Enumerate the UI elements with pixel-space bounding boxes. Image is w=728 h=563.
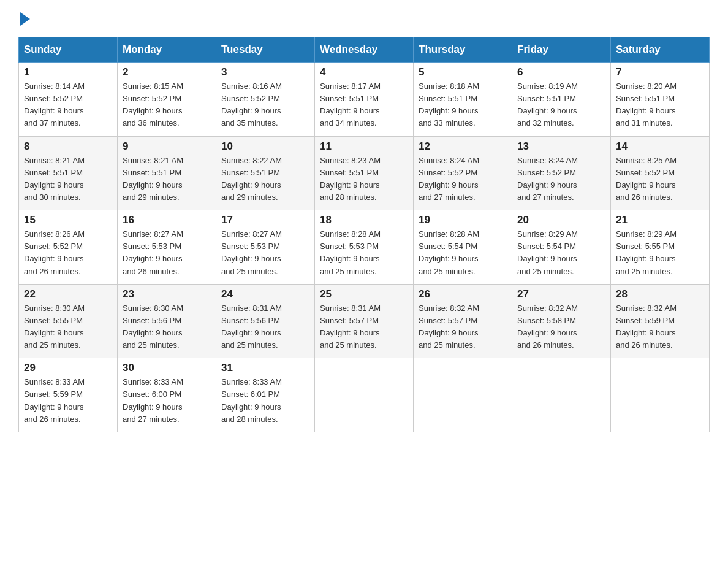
calendar-week-row: 15 Sunrise: 8:26 AM Sunset: 5:52 PM Dayl… <box>19 210 710 285</box>
day-info: Sunrise: 8:21 AM Sunset: 5:51 PM Dayligh… <box>123 155 211 204</box>
day-number: 25 <box>320 288 408 301</box>
calendar-cell: 13 Sunrise: 8:24 AM Sunset: 5:52 PM Dayl… <box>512 136 611 210</box>
day-info: Sunrise: 8:33 AM Sunset: 5:59 PM Dayligh… <box>24 376 112 426</box>
day-info: Sunrise: 8:27 AM Sunset: 5:53 PM Dayligh… <box>221 228 309 278</box>
calendar-cell: 31 Sunrise: 8:33 AM Sunset: 6:01 PM Dayl… <box>216 358 315 432</box>
weekday-header-saturday: Saturday <box>611 37 710 63</box>
day-number: 31 <box>221 362 309 374</box>
day-info: Sunrise: 8:28 AM Sunset: 5:53 PM Dayligh… <box>320 228 408 278</box>
day-number: 16 <box>123 214 211 226</box>
calendar-week-row: 8 Sunrise: 8:21 AM Sunset: 5:51 PM Dayli… <box>19 136 710 210</box>
calendar-cell: 30 Sunrise: 8:33 AM Sunset: 6:00 PM Dayl… <box>118 358 216 432</box>
day-info: Sunrise: 8:32 AM Sunset: 5:58 PM Dayligh… <box>517 302 605 352</box>
day-number: 30 <box>123 362 211 374</box>
day-number: 28 <box>616 288 704 301</box>
day-info: Sunrise: 8:18 AM Sunset: 5:51 PM Dayligh… <box>419 80 507 130</box>
day-number: 18 <box>320 214 408 226</box>
day-number: 12 <box>419 140 507 153</box>
calendar-cell: 15 Sunrise: 8:26 AM Sunset: 5:52 PM Dayl… <box>19 210 118 285</box>
weekday-header-monday: Monday <box>118 37 216 63</box>
day-info: Sunrise: 8:21 AM Sunset: 5:51 PM Dayligh… <box>24 155 112 204</box>
day-info: Sunrise: 8:25 AM Sunset: 5:52 PM Dayligh… <box>616 155 704 204</box>
day-number: 21 <box>616 214 704 226</box>
day-number: 20 <box>517 214 605 226</box>
calendar-week-row: 1 Sunrise: 8:14 AM Sunset: 5:52 PM Dayli… <box>19 63 710 137</box>
weekday-header-friday: Friday <box>512 37 611 63</box>
day-number: 17 <box>221 214 309 226</box>
day-number: 29 <box>24 362 112 374</box>
day-info: Sunrise: 8:15 AM Sunset: 5:52 PM Dayligh… <box>123 80 211 130</box>
calendar-cell: 29 Sunrise: 8:33 AM Sunset: 5:59 PM Dayl… <box>19 358 118 432</box>
day-number: 23 <box>123 288 211 301</box>
day-info: Sunrise: 8:17 AM Sunset: 5:51 PM Dayligh… <box>320 80 408 130</box>
day-info: Sunrise: 8:30 AM Sunset: 5:56 PM Dayligh… <box>123 302 211 352</box>
day-info: Sunrise: 8:19 AM Sunset: 5:51 PM Dayligh… <box>517 80 605 130</box>
day-info: Sunrise: 8:33 AM Sunset: 6:01 PM Dayligh… <box>221 376 309 426</box>
calendar-cell: 12 Sunrise: 8:24 AM Sunset: 5:52 PM Dayl… <box>414 136 512 210</box>
calendar-table: SundayMondayTuesdayWednesdayThursdayFrid… <box>18 37 710 432</box>
day-number: 5 <box>419 66 507 79</box>
calendar-header-row: SundayMondayTuesdayWednesdayThursdayFrid… <box>19 37 710 63</box>
calendar-cell <box>611 358 710 432</box>
day-number: 15 <box>24 214 112 226</box>
day-number: 2 <box>123 66 211 79</box>
day-info: Sunrise: 8:24 AM Sunset: 5:52 PM Dayligh… <box>419 155 507 204</box>
day-number: 4 <box>320 66 408 79</box>
day-number: 6 <box>517 66 605 79</box>
day-info: Sunrise: 8:32 AM Sunset: 5:59 PM Dayligh… <box>616 302 704 352</box>
calendar-week-row: 29 Sunrise: 8:33 AM Sunset: 5:59 PM Dayl… <box>19 358 710 432</box>
logo-triangle-icon <box>20 12 30 26</box>
day-number: 24 <box>221 288 309 301</box>
calendar-cell: 5 Sunrise: 8:18 AM Sunset: 5:51 PM Dayli… <box>414 63 512 137</box>
calendar-cell: 11 Sunrise: 8:23 AM Sunset: 5:51 PM Dayl… <box>315 136 414 210</box>
day-info: Sunrise: 8:32 AM Sunset: 5:57 PM Dayligh… <box>419 302 507 352</box>
day-number: 3 <box>221 66 309 79</box>
calendar-cell: 4 Sunrise: 8:17 AM Sunset: 5:51 PM Dayli… <box>315 63 414 137</box>
calendar-cell: 14 Sunrise: 8:25 AM Sunset: 5:52 PM Dayl… <box>611 136 710 210</box>
calendar-cell: 22 Sunrise: 8:30 AM Sunset: 5:55 PM Dayl… <box>19 284 118 358</box>
calendar-cell: 17 Sunrise: 8:27 AM Sunset: 5:53 PM Dayl… <box>216 210 315 285</box>
calendar-cell: 2 Sunrise: 8:15 AM Sunset: 5:52 PM Dayli… <box>118 63 216 137</box>
day-info: Sunrise: 8:23 AM Sunset: 5:51 PM Dayligh… <box>320 155 408 204</box>
day-info: Sunrise: 8:29 AM Sunset: 5:54 PM Dayligh… <box>517 228 605 278</box>
day-number: 22 <box>24 288 112 301</box>
calendar-cell: 28 Sunrise: 8:32 AM Sunset: 5:59 PM Dayl… <box>611 284 710 358</box>
day-info: Sunrise: 8:29 AM Sunset: 5:55 PM Dayligh… <box>616 228 704 278</box>
calendar-cell: 19 Sunrise: 8:28 AM Sunset: 5:54 PM Dayl… <box>414 210 512 285</box>
calendar-cell: 20 Sunrise: 8:29 AM Sunset: 5:54 PM Dayl… <box>512 210 611 285</box>
day-info: Sunrise: 8:14 AM Sunset: 5:52 PM Dayligh… <box>24 80 112 130</box>
calendar-week-row: 22 Sunrise: 8:30 AM Sunset: 5:55 PM Dayl… <box>19 284 710 358</box>
calendar-cell: 25 Sunrise: 8:31 AM Sunset: 5:57 PM Dayl… <box>315 284 414 358</box>
day-info: Sunrise: 8:20 AM Sunset: 5:51 PM Dayligh… <box>616 80 704 130</box>
day-info: Sunrise: 8:31 AM Sunset: 5:57 PM Dayligh… <box>320 302 408 352</box>
day-number: 14 <box>616 140 704 153</box>
weekday-header-thursday: Thursday <box>414 37 512 63</box>
calendar-cell: 1 Sunrise: 8:14 AM Sunset: 5:52 PM Dayli… <box>19 63 118 137</box>
day-info: Sunrise: 8:33 AM Sunset: 6:00 PM Dayligh… <box>123 376 211 426</box>
calendar-cell: 10 Sunrise: 8:22 AM Sunset: 5:51 PM Dayl… <box>216 136 315 210</box>
logo <box>18 12 30 26</box>
calendar-cell: 21 Sunrise: 8:29 AM Sunset: 5:55 PM Dayl… <box>611 210 710 285</box>
calendar-cell: 9 Sunrise: 8:21 AM Sunset: 5:51 PM Dayli… <box>118 136 216 210</box>
day-number: 27 <box>517 288 605 301</box>
calendar-cell <box>315 358 414 432</box>
day-number: 9 <box>123 140 211 153</box>
day-number: 26 <box>419 288 507 301</box>
calendar-cell: 24 Sunrise: 8:31 AM Sunset: 5:56 PM Dayl… <box>216 284 315 358</box>
calendar-cell <box>512 358 611 432</box>
calendar-cell: 3 Sunrise: 8:16 AM Sunset: 5:52 PM Dayli… <box>216 63 315 137</box>
weekday-header-tuesday: Tuesday <box>216 37 315 63</box>
day-number: 19 <box>419 214 507 226</box>
day-info: Sunrise: 8:16 AM Sunset: 5:52 PM Dayligh… <box>221 80 309 130</box>
day-info: Sunrise: 8:31 AM Sunset: 5:56 PM Dayligh… <box>221 302 309 352</box>
day-number: 1 <box>24 66 112 79</box>
day-number: 10 <box>221 140 309 153</box>
day-info: Sunrise: 8:30 AM Sunset: 5:55 PM Dayligh… <box>24 302 112 352</box>
day-number: 8 <box>24 140 112 153</box>
calendar-cell: 23 Sunrise: 8:30 AM Sunset: 5:56 PM Dayl… <box>118 284 216 358</box>
weekday-header-sunday: Sunday <box>19 37 118 63</box>
calendar-cell: 8 Sunrise: 8:21 AM Sunset: 5:51 PM Dayli… <box>19 136 118 210</box>
day-info: Sunrise: 8:28 AM Sunset: 5:54 PM Dayligh… <box>419 228 507 278</box>
calendar-cell <box>414 358 512 432</box>
page-header <box>18 12 710 26</box>
